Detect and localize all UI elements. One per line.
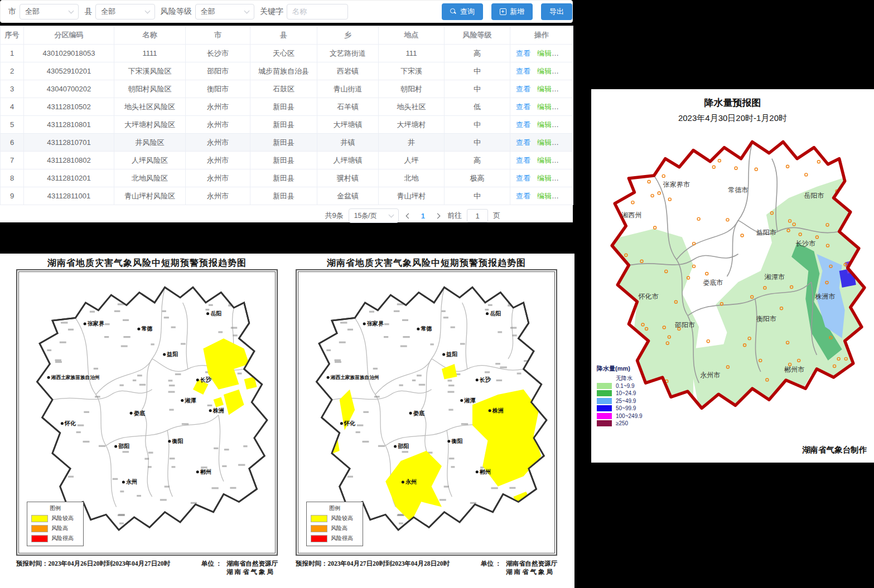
risk-zone-table: 序号 分区编码 名称 市 县 乡 地点 风险等级 操作 143010290180… — [0, 26, 573, 205]
cell-risk-level: 极高 — [445, 169, 510, 187]
legend-label: 风险较高 — [331, 514, 353, 522]
pagination: 共9条 15条/页 1 前往 页 — [325, 208, 500, 223]
cell-city: 衡阳市 — [186, 80, 250, 98]
cell-code: 43040700202 — [24, 80, 114, 98]
cell-county: 天心区 — [250, 45, 317, 62]
city-label: 湘潭市 — [764, 273, 785, 281]
county-label-mark — [104, 336, 109, 338]
county-label-mark — [61, 322, 67, 323]
county-label-mark — [67, 312, 73, 313]
county-label-mark — [55, 361, 62, 363]
table-row: 343040700202朝阳村风险区衡阳市石鼓区青山街道朝阳村中查看编辑删除 — [1, 80, 573, 98]
county-label-mark — [211, 487, 218, 489]
edit-link[interactable]: 编辑 — [537, 192, 552, 200]
cell-name: 北地风险区 — [114, 169, 186, 187]
county-label-mark — [449, 458, 455, 459]
col-city: 市 — [186, 26, 250, 45]
rain-swatch-1 — [597, 390, 612, 396]
keyword-input[interactable] — [287, 4, 348, 20]
cell-risk-level: 中 — [445, 116, 510, 134]
delete-link[interactable]: 删除 — [558, 174, 573, 182]
risk-level-select[interactable]: 全部 — [195, 4, 254, 20]
county-label-mark — [347, 329, 353, 331]
cell-place: 井 — [379, 134, 445, 152]
view-link[interactable]: 查看 — [516, 120, 530, 129]
edit-link[interactable]: 编辑 — [537, 49, 552, 57]
table-row: 543112810801大坪塘村风险区永州市新田县大坪塘镇大坪塘村中查看编辑删除 — [1, 116, 573, 134]
filter-bar: 市 全部 县 全部 风险等级 全部 关键字 查询 新增 导出 — [0, 0, 573, 23]
county-label-mark — [65, 313, 69, 315]
city-label: 永州市 — [700, 371, 720, 379]
city-label: 郴州 — [479, 469, 491, 475]
city-label: 益阳市 — [756, 229, 776, 236]
city-dot — [168, 440, 171, 443]
cell-code: 43112810201 — [24, 169, 114, 187]
county-label-mark — [511, 511, 515, 513]
unit-line2: 湖南省气象局 — [226, 568, 278, 576]
edit-link[interactable]: 编辑 — [537, 174, 552, 182]
page-size-select[interactable]: 15条/页 — [349, 208, 399, 223]
edit-link[interactable]: 编辑 — [537, 156, 552, 164]
county-select[interactable]: 全部 — [95, 4, 154, 20]
view-link[interactable]: 查看 — [516, 192, 530, 200]
station-dot — [634, 162, 637, 165]
cell-no: 5 — [1, 116, 24, 134]
goto-page-input[interactable] — [467, 209, 488, 222]
view-link[interactable]: 查看 — [516, 85, 530, 93]
cell-name: 井风险区 — [114, 134, 186, 152]
view-link[interactable]: 查看 — [516, 138, 530, 147]
county-label-mark — [45, 477, 50, 479]
city-dot — [84, 322, 86, 325]
county-label-mark — [374, 396, 380, 397]
search-button[interactable]: 查询 — [442, 3, 483, 20]
county-label-mark — [119, 385, 123, 386]
city-label: 湘潭 — [184, 397, 196, 404]
county-label-mark — [326, 349, 331, 351]
chevron-down-icon — [388, 212, 394, 218]
county-label-mark — [460, 343, 465, 344]
edit-link[interactable]: 编辑 — [537, 103, 552, 111]
next-page-button[interactable] — [432, 211, 442, 221]
county-label-mark — [68, 329, 74, 331]
edit-link[interactable]: 编辑 — [537, 85, 552, 93]
delete-link[interactable]: 删除 — [558, 120, 573, 129]
delete-link[interactable]: 删除 — [558, 49, 573, 57]
add-button[interactable]: 新增 — [491, 3, 533, 20]
county-label-mark — [123, 319, 129, 321]
city-dot — [340, 422, 343, 425]
trend-map-legend: 图例 风险较高 风险高 风险很高 — [27, 502, 84, 546]
view-link[interactable]: 查看 — [516, 174, 530, 182]
view-link[interactable]: 查看 — [516, 103, 530, 111]
county-label-mark — [394, 310, 400, 312]
county-label-mark — [231, 327, 237, 329]
edit-link[interactable]: 编辑 — [537, 120, 552, 129]
delete-link[interactable]: 删除 — [558, 103, 573, 111]
delete-link[interactable]: 删除 — [558, 138, 573, 147]
view-link[interactable]: 查看 — [516, 67, 530, 75]
county-label-mark — [99, 445, 105, 447]
export-button[interactable]: 导出 — [541, 3, 572, 20]
high-risk-area — [537, 359, 547, 377]
delete-link[interactable]: 删除 — [558, 156, 573, 164]
view-link[interactable]: 查看 — [516, 49, 530, 57]
col-name: 名称 — [114, 26, 186, 45]
view-link[interactable]: 查看 — [516, 156, 530, 164]
page-number[interactable]: 1 — [419, 212, 427, 220]
station-dot — [785, 402, 788, 405]
county-label-mark — [224, 449, 229, 450]
county-label-mark — [384, 336, 388, 338]
city-label: 常德 — [141, 325, 152, 332]
delete-link[interactable]: 删除 — [558, 192, 573, 200]
city-label: 湘潭 — [463, 397, 476, 404]
delete-link[interactable]: 删除 — [558, 85, 573, 93]
city-dot — [181, 399, 184, 402]
edit-link[interactable]: 编辑 — [537, 67, 552, 75]
edit-link[interactable]: 编辑 — [537, 138, 552, 147]
city-label: 长沙 — [479, 377, 491, 383]
county-label-mark — [119, 522, 124, 524]
county-label-mark — [448, 391, 455, 393]
delete-link[interactable]: 删除 — [558, 67, 573, 75]
city-select[interactable]: 全部 — [20, 4, 79, 20]
prev-page-button[interactable] — [404, 211, 414, 221]
county-label-mark — [485, 371, 490, 373]
